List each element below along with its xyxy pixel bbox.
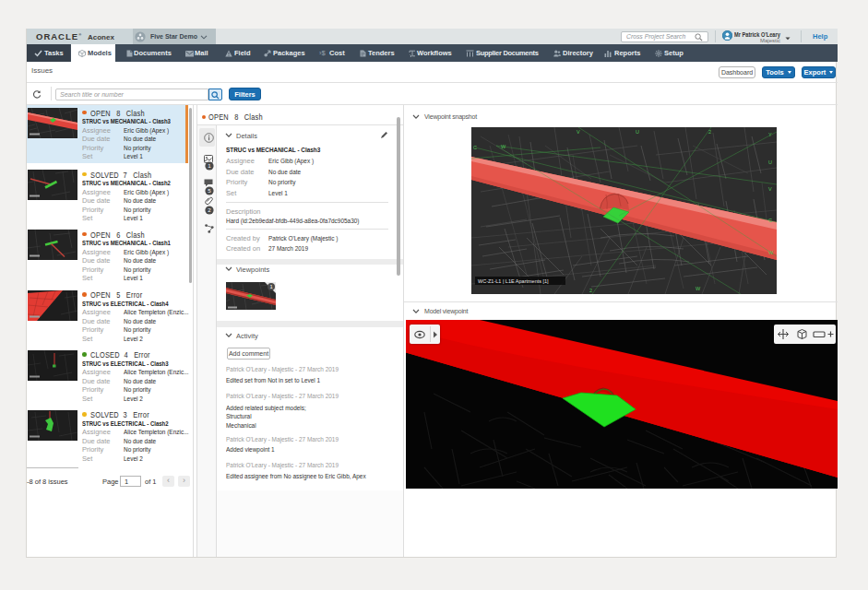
svg-text:Y: Y [768,132,772,137]
svg-text:W: W [768,250,774,255]
svg-text:2: 2 [589,288,592,293]
svg-text:1: 1 [208,162,211,169]
svg-text:2: 2 [708,129,711,135]
svg-text:W: W [696,286,701,291]
svg-text:V: V [577,129,580,135]
svg-text:C: C [768,218,772,223]
svg-text:C: C [473,145,477,150]
svg-text:V: V [768,186,772,192]
svg-text:U: U [636,129,639,135]
svg-text:5: 5 [208,187,211,194]
svg-text:W: W [501,144,506,149]
svg-text:2: 2 [208,206,211,213]
svg-text:WC-Z1-L1 | L1E Apartments [1]: WC-Z1-L1 | L1E Apartments [1] [478,278,549,284]
svg-text:U: U [768,159,772,165]
svg-text:1: 1 [269,284,272,289]
